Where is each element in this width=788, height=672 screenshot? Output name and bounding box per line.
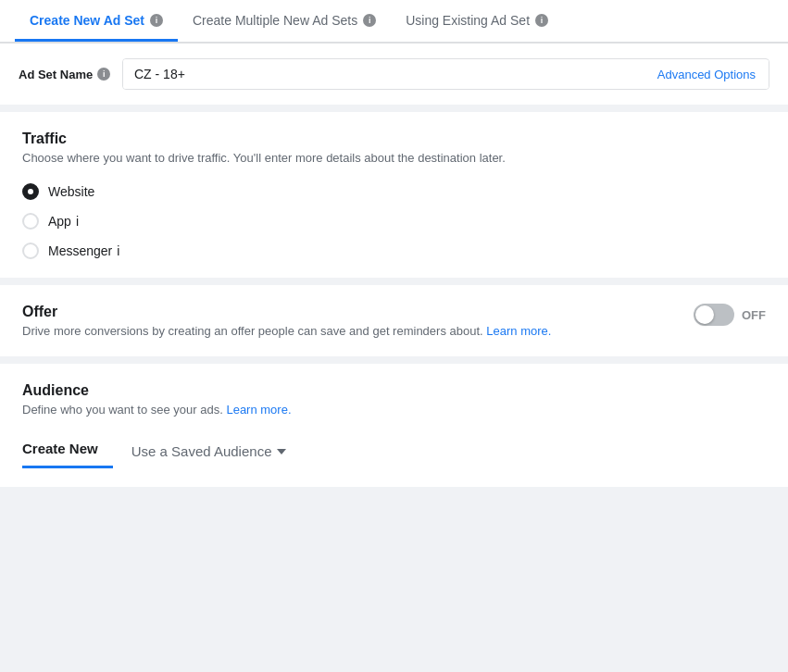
offer-toggle[interactable] [694,304,734,326]
offer-title: Offer [22,304,694,320]
tab-create-new-ad-set-label: Create New Ad Set [30,13,144,28]
traffic-option-app[interactable]: App i [22,213,766,230]
tab-create-multiple-label: Create Multiple New Ad Sets [193,13,357,28]
traffic-option-messenger[interactable]: Messenger i [22,243,766,259]
offer-card: Offer Drive more conversions by creating… [0,285,788,356]
traffic-subtitle: Choose where you want to drive traffic. … [22,151,766,165]
ad-set-name-section: Ad Set Name i Advanced Options [0,43,788,105]
traffic-radio-messenger[interactable] [22,243,39,259]
offer-subtitle: Drive more conversions by creating an of… [22,324,694,338]
tabs-row: Create New Ad Set i Create Multiple New … [15,0,773,42]
tabs-section: Create New Ad Set i Create Multiple New … [0,0,788,43]
chevron-down-icon [277,449,286,454]
traffic-card: Traffic Choose where you want to drive t… [0,112,788,278]
offer-learn-more-link[interactable]: Learn more. [486,324,551,338]
audience-title: Audience [22,382,766,399]
traffic-label-app: App i [48,214,79,229]
tab-using-existing-info-icon[interactable]: i [535,14,548,27]
tab-create-multiple[interactable]: Create Multiple New Ad Sets i [178,0,391,42]
offer-text: Offer Drive more conversions by creating… [22,304,694,338]
ad-set-name-field-row: Ad Set Name i Advanced Options [19,58,769,90]
offer-toggle-label: OFF [742,308,766,322]
traffic-label-website: Website [48,184,94,199]
ad-set-name-input-wrapper: Advanced Options [122,58,769,90]
advanced-options-link[interactable]: Advanced Options [644,60,769,89]
ad-set-name-info-icon[interactable]: i [97,68,110,81]
traffic-radio-website[interactable] [22,183,39,200]
offer-toggle-area: OFF [694,304,766,326]
ad-set-name-input[interactable] [123,59,644,89]
app-info-icon[interactable]: i [76,214,79,229]
traffic-radio-group: Website App i Messenger i [22,183,766,259]
offer-row: Offer Drive more conversions by creating… [22,304,766,338]
audience-learn-more-link[interactable]: Learn more. [226,403,291,417]
audience-tab-use-saved[interactable]: Use a Saved Audience [131,434,287,468]
tab-create-multiple-info-icon[interactable]: i [363,14,376,27]
tab-using-existing[interactable]: Using Existing Ad Set i [391,0,563,42]
page-wrapper: Create New Ad Set i Create Multiple New … [0,0,788,487]
audience-tabs: Create New Use a Saved Audience [22,431,766,468]
offer-toggle-knob [695,305,714,324]
audience-card: Audience Define who you want to see your… [0,364,788,487]
tab-using-existing-label: Using Existing Ad Set [406,13,530,28]
traffic-radio-app[interactable] [22,213,39,230]
audience-tab-create-new[interactable]: Create New [22,431,113,468]
audience-tab-use-saved-label: Use a Saved Audience [131,443,272,459]
tab-create-new-ad-set[interactable]: Create New Ad Set i [15,0,178,42]
ad-set-name-label: Ad Set Name i [19,68,111,81]
traffic-title: Traffic [22,131,766,147]
traffic-label-messenger: Messenger i [48,243,119,258]
tab-create-new-ad-set-info-icon[interactable]: i [150,14,163,27]
audience-subtitle: Define who you want to see your ads. Lea… [22,403,766,417]
audience-tab-create-new-label: Create New [22,441,98,456]
traffic-option-website[interactable]: Website [22,183,766,200]
messenger-info-icon[interactable]: i [117,243,119,258]
